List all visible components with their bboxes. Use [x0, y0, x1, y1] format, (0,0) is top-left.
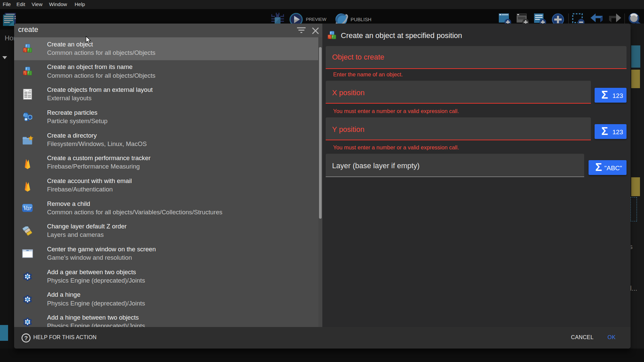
- svg-text:?: ?: [24, 335, 28, 341]
